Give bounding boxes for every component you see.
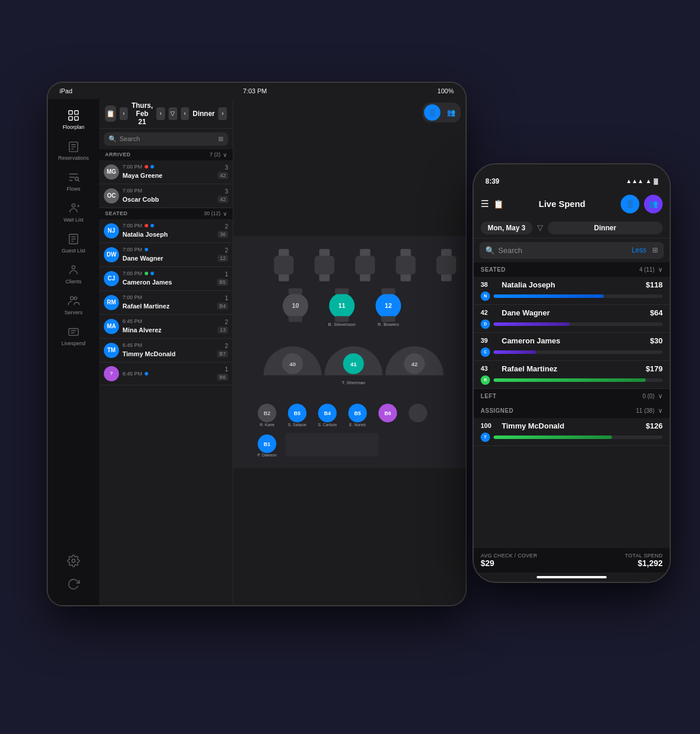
svg-text:B1: B1 (264, 441, 270, 447)
svg-text:S. Carlson: S. Carlson (318, 423, 337, 427)
ipad-wifi-label: iPad (60, 87, 72, 94)
sidebar-item-flows[interactable]: Flows (48, 166, 99, 196)
iphone-date-pill[interactable]: Mon, May 3 (481, 222, 533, 234)
fp-group-btn[interactable]: 👥 (443, 104, 459, 121)
iphone-search-bar[interactable]: 🔍 Search Less ⊞ (480, 242, 664, 259)
svg-point-18 (71, 296, 74, 300)
sidebar-item-waitlist[interactable]: Wait List (48, 196, 99, 227)
oscar-cobb-time: 7:00 PM (123, 188, 142, 194)
mina-alverez-name: Mina Alverez (123, 326, 162, 333)
natalia-joseph-right: 2 36 (218, 223, 228, 238)
prev-date-button[interactable]: ‹ (120, 107, 128, 120)
spend-item-dane[interactable]: 42 Dane Wagner $64 D (474, 305, 670, 333)
timmy-spend-name: Timmy McDonald (502, 422, 641, 430)
last-avatar: ? (104, 366, 119, 381)
svg-rect-39 (436, 255, 456, 274)
dane-wagner-time: 7:00 PM (123, 247, 142, 252)
svg-rect-49 (335, 288, 349, 294)
guest-item-mina-alverez[interactable]: MA 6:45 PM Mina Alverez 2 13 (99, 315, 233, 339)
prev-meal-button[interactable]: ‹ (181, 107, 190, 120)
next-meal-button[interactable]: › (218, 107, 227, 120)
guest-item-dane-wagner[interactable]: DW 7:00 PM Dane Wagner 2 12 (99, 243, 233, 267)
svg-text:P. Dawson: P. Dawson (257, 453, 276, 457)
cameron-mini-avatar: C (481, 347, 490, 357)
home-indicator (537, 576, 607, 578)
sidebar-item-servers[interactable]: Servers (48, 289, 99, 320)
floorplan-svg: 10 11 12 B. Stevenson R. Bowers (233, 99, 466, 605)
svg-point-17 (72, 265, 75, 269)
sidebar-item-guestlist[interactable]: Guest List (48, 227, 99, 258)
dane-bar-fill (494, 322, 570, 326)
sidebar-settings[interactable] (64, 549, 83, 573)
fp-person-btn[interactable]: 👤 (424, 104, 440, 121)
sidebar-item-floorplan[interactable]: Floorplan (48, 104, 99, 135)
iphone-meal-pill[interactable]: Dinner (548, 222, 663, 234)
spend-item-timmy[interactable]: 100 Timmy McDonald $126 T (474, 418, 670, 446)
oscar-cobb-info: 7:00 PM Oscar Cobb (123, 188, 214, 204)
avg-check-label: AVG CHECK / COVER (481, 553, 537, 559)
total-spend-label: TOTAL SPEND (625, 553, 663, 559)
natalia-joseph-table: 36 (218, 231, 228, 238)
guest-item-rafael-martinez[interactable]: RM 7:00 PM Rafael Martinez 1 B4 (99, 291, 233, 315)
floorplan-container: 👤 👥 (233, 99, 466, 605)
filter-triangle-icon[interactable]: ▽ (537, 223, 543, 232)
dane-wagner-avatar: DW (104, 247, 119, 262)
svg-rect-36 (314, 255, 334, 274)
iphone-group-btn[interactable]: 👥 (644, 195, 663, 213)
iphone-assigned-title: ASSIGNED (481, 408, 513, 414)
next-date-button[interactable]: › (156, 107, 165, 120)
iphone-status-right: ▲▲▲ ▲ ▓ (626, 178, 658, 184)
hamburger-icon[interactable]: ☰ (481, 198, 489, 209)
rafael-bar-fill (494, 378, 646, 382)
timmy-mcdonald-table: B7 (217, 350, 228, 357)
doc-icon[interactable]: 📋 (494, 199, 503, 209)
sidebar-clients-label: Clients (65, 279, 82, 285)
sidebar-item-reservations[interactable]: Reservations (48, 135, 99, 166)
guest-item-natalia-joseph[interactable]: NJ 7:00 PM Natalia Joseph 2 36 (99, 219, 233, 243)
oscar-cobb-name: Oscar Cobb (123, 196, 159, 203)
guest-item-maya-greene[interactable]: MG 7:00 PM Maya Greene 3 42 (99, 160, 233, 184)
spend-item-rafael[interactable]: 43 Rafael Martinez $179 R (474, 361, 670, 389)
svg-text:41: 41 (350, 360, 357, 367)
natalia-amount: $118 (646, 280, 663, 289)
dane-wagner-table: 12 (218, 255, 228, 262)
svg-rect-33 (401, 273, 411, 281)
iphone-device: 8:39 ▲▲▲ ▲ ▓ ☰ 📋 Live Spend 👤 👥 Mon, May… (473, 163, 671, 583)
rafael-martinez-info: 7:00 PM Rafael Martinez (123, 294, 214, 311)
spend-item-natalia[interactable]: 38 Natalia Joseph $118 N (474, 277, 670, 305)
iphone-footer: AVG CHECK / COVER $29 TOTAL SPEND $1,292 (474, 548, 670, 573)
maya-greene-count: 3 (225, 164, 228, 171)
spend-item-cameron[interactable]: 39 Cameron James $30 C (474, 333, 670, 361)
svg-rect-53 (382, 316, 396, 322)
guest-item-timmy-mcdonald[interactable]: TM 6:45 PM Timmy McDonald 2 B7 (99, 339, 233, 363)
dw-tag1 (145, 248, 148, 251)
guest-search-bar[interactable]: 🔍 Search ⊞ (104, 132, 228, 146)
iphone-filter-icon[interactable]: ⊞ (652, 246, 658, 254)
rafael-mini-avatar: R (481, 375, 490, 385)
svg-rect-35 (274, 255, 294, 274)
guest-item-last[interactable]: ? 6:45 PM 1 B6 (99, 363, 233, 385)
fp-top-buttons: 👤 👥 (422, 103, 461, 122)
svg-rect-32 (360, 273, 370, 281)
iphone-less-button[interactable]: Less (632, 246, 646, 254)
sidebar-item-livespend[interactable]: Livespend (48, 320, 99, 351)
header-doc-button[interactable]: 📋 (105, 106, 116, 122)
svg-text:B5: B5 (294, 410, 300, 416)
filter-button[interactable]: ▽ (169, 107, 177, 120)
mina-alverez-info: 6:45 PM Mina Alverez (123, 318, 214, 335)
sidebar-refresh[interactable] (64, 573, 83, 596)
nj-tag1 (145, 224, 148, 227)
sidebar-item-clients[interactable]: Clients (48, 258, 99, 289)
guest-item-cameron-james[interactable]: CJ 7:00 PM Cameron James 1 B5 (99, 267, 233, 291)
guest-item-oscar-cobb[interactable]: OC 7:00 PM Oscar Cobb 3 42 (99, 184, 233, 208)
sidebar-livespend-label: Livespend (61, 340, 85, 346)
seated-chevron-icon: ∨ (658, 266, 663, 273)
natalia-joseph-count: 2 (225, 223, 228, 230)
timmy-mcdonald-info: 6:45 PM Timmy McDonald (123, 342, 214, 359)
servers-icon (66, 294, 80, 308)
iphone-seated-title: SEATED (481, 266, 506, 273)
iphone-left-count: 0 (0) (642, 393, 654, 399)
waitlist-icon (66, 201, 80, 215)
iphone-person-btn[interactable]: 👤 (621, 195, 639, 213)
dane-mini-avatar: D (481, 319, 490, 329)
